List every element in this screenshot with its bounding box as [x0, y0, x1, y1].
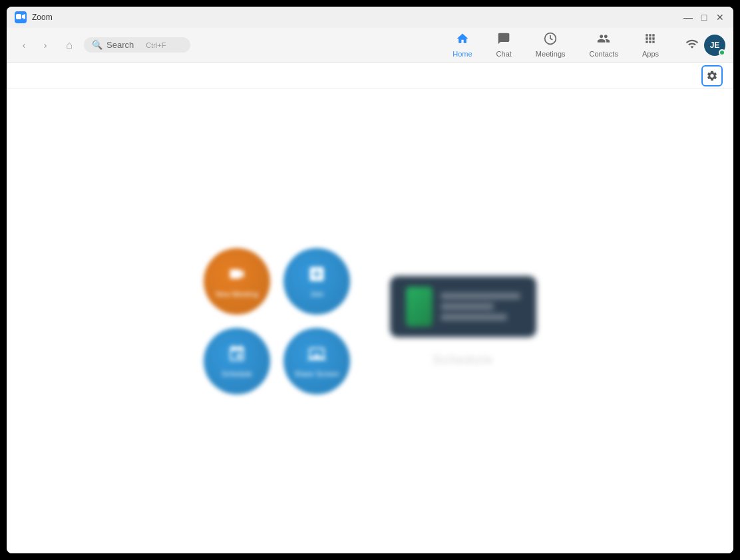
nav-arrows: ‹ › — [15, 36, 55, 55]
share-screen-label: Share Screen — [294, 370, 339, 378]
tab-contacts[interactable]: Contacts — [579, 28, 629, 62]
main-tabs: Home Chat Meetings — [442, 28, 669, 62]
tab-home[interactable]: Home — [442, 28, 482, 62]
search-icon: 🔍 — [92, 40, 102, 50]
tab-meetings-label: Meetings — [536, 50, 566, 58]
new-meeting-icon — [228, 265, 246, 287]
svg-rect-0 — [16, 14, 21, 19]
minimize-button[interactable]: — — [683, 12, 693, 23]
avatar-status-indicator — [719, 49, 725, 56]
join-button[interactable]: Join — [283, 248, 350, 315]
action-grid: New Meeting Join — [204, 248, 350, 394]
back-button[interactable]: ‹ — [15, 36, 33, 55]
share-screen-button[interactable]: Share Screen — [283, 328, 350, 394]
title-bar-title: Zoom — [32, 13, 53, 22]
search-label: Search — [106, 40, 134, 50]
close-button[interactable]: ✕ — [715, 12, 725, 23]
contacts-icon — [597, 32, 610, 49]
tab-home-label: Home — [453, 50, 472, 58]
forward-button[interactable]: › — [36, 36, 55, 55]
upcoming-meeting-card — [390, 276, 536, 337]
new-meeting-label: New Meeting — [216, 290, 258, 298]
meetings-icon — [544, 32, 557, 49]
maximize-button[interactable]: □ — [699, 12, 709, 23]
home-nav-button[interactable]: ⌂ — [60, 36, 79, 55]
join-label: Join — [310, 290, 323, 298]
search-shortcut: Ctrl+F — [146, 41, 166, 49]
avatar-initials: JE — [710, 41, 720, 50]
tab-chat[interactable]: Chat — [486, 28, 522, 62]
content-area: New Meeting Join — [204, 248, 536, 394]
schedule-icon — [228, 345, 246, 367]
svg-marker-1 — [22, 14, 25, 19]
chat-icon — [497, 32, 510, 49]
search-bar[interactable]: 🔍 Search Ctrl+F — [84, 37, 190, 53]
share-screen-icon — [307, 345, 326, 367]
title-bar-left: Zoom — [15, 11, 53, 23]
upcoming-card-text — [441, 293, 520, 321]
wifi-icon[interactable] — [685, 37, 699, 53]
new-meeting-button[interactable]: New Meeting — [204, 248, 270, 315]
toolbar — [7, 63, 733, 89]
upcoming-card-graphic — [406, 287, 433, 327]
schedule-label: Schedule — [222, 370, 252, 378]
user-avatar[interactable]: JE — [704, 35, 725, 56]
title-bar-controls: — □ ✕ — [683, 12, 725, 23]
apps-icon — [644, 32, 657, 49]
tab-apps[interactable]: Apps — [632, 28, 669, 62]
zoom-window: Zoom — □ ✕ ‹ › ⌂ 🔍 Search Ctrl+F — [7, 7, 733, 553]
settings-button[interactable] — [701, 65, 723, 86]
home-icon — [456, 32, 469, 49]
tab-meetings[interactable]: Meetings — [525, 28, 576, 62]
nav-right: JE — [685, 35, 725, 56]
nav-bar: ‹ › ⌂ 🔍 Search Ctrl+F Home — [7, 28, 733, 63]
main-content: New Meeting Join — [7, 89, 733, 553]
join-icon — [307, 265, 326, 287]
right-panel: Schedule — [390, 276, 536, 367]
upcoming-line-1 — [441, 293, 520, 299]
tab-contacts-label: Contacts — [590, 50, 618, 58]
upcoming-line-3 — [441, 314, 507, 321]
title-bar: Zoom — □ ✕ — [7, 7, 733, 28]
zoom-logo-icon — [15, 11, 27, 23]
schedule-button[interactable]: Schedule — [204, 328, 270, 394]
tab-apps-label: Apps — [642, 50, 659, 58]
upcoming-line-2 — [441, 303, 494, 310]
tab-chat-label: Chat — [496, 50, 512, 58]
schedule-text: Schedule — [433, 353, 493, 367]
